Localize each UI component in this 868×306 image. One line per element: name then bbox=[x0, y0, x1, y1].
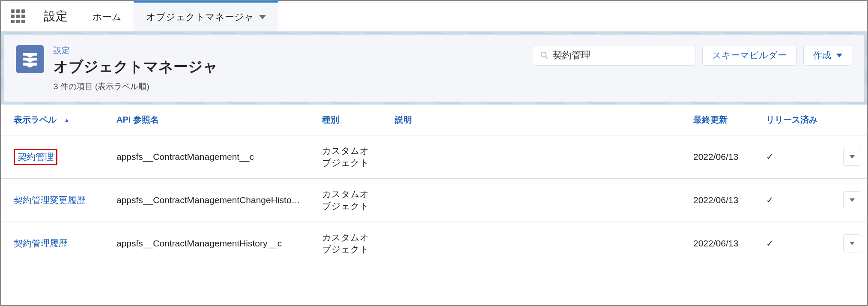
row-api-name: appsfs__ContractManagementChangeHistory_… bbox=[104, 179, 309, 222]
svg-rect-2 bbox=[23, 63, 37, 66]
row-type: カスタムオブジェクト bbox=[309, 179, 382, 222]
row-description bbox=[382, 222, 680, 265]
chevron-down-icon bbox=[850, 198, 855, 202]
search-input[interactable] bbox=[553, 50, 688, 61]
col-last-modified[interactable]: 最終更新 bbox=[680, 105, 753, 135]
row-label[interactable]: 契約管理変更履歴 bbox=[1, 179, 104, 222]
page-header-left: 設定 オブジェクトマネージャ 3 件の項目 (表示ラベル順) bbox=[54, 45, 523, 92]
col-api-name[interactable]: API 参照名 bbox=[104, 105, 309, 135]
object-manager-icon bbox=[16, 45, 44, 73]
row-api-name: appsfs__ContractManagement__c bbox=[104, 135, 309, 179]
create-button[interactable]: 作成 bbox=[803, 45, 852, 66]
row-action-button[interactable] bbox=[843, 148, 861, 166]
row-action-button[interactable] bbox=[843, 191, 861, 209]
waffle-icon bbox=[11, 9, 25, 23]
search-icon bbox=[540, 51, 549, 60]
page-eyebrow: 設定 bbox=[54, 45, 523, 56]
row-released: ✓ bbox=[753, 222, 830, 265]
page-header-right: スキーマビルダー 作成 bbox=[533, 45, 852, 66]
row-type: カスタムオブジェクト bbox=[309, 222, 382, 265]
row-label[interactable]: 契約管理履歴 bbox=[1, 222, 104, 265]
row-action-cell bbox=[830, 135, 867, 179]
chevron-down-icon bbox=[850, 155, 855, 159]
col-description[interactable]: 説明 bbox=[382, 105, 680, 135]
chevron-down-icon bbox=[259, 15, 266, 19]
chevron-down-icon bbox=[850, 242, 855, 245]
row-action-cell bbox=[830, 179, 867, 222]
app-launcher-icon[interactable] bbox=[1, 1, 35, 31]
object-table: 表示ラベル API 参照名 種別 説明 最終更新 リリース済み 契約管理apps… bbox=[1, 105, 867, 265]
highlight-box: 契約管理 bbox=[14, 149, 57, 165]
schema-builder-button[interactable]: スキーマビルダー bbox=[702, 45, 796, 66]
page-subtitle: 3 件の項目 (表示ラベル順) bbox=[54, 81, 523, 92]
table-row: 契約管理appsfs__ContractManagement__cカスタムオブジ… bbox=[1, 135, 867, 179]
col-label[interactable]: 表示ラベル bbox=[1, 105, 104, 135]
col-type[interactable]: 種別 bbox=[309, 105, 382, 135]
svg-point-3 bbox=[541, 52, 546, 57]
app-title: 設定 bbox=[35, 1, 81, 31]
svg-line-4 bbox=[546, 57, 548, 59]
tab-home[interactable]: ホーム bbox=[81, 1, 134, 31]
row-last-modified: 2022/06/13 bbox=[680, 135, 753, 179]
page-title: オブジェクトマネージャ bbox=[54, 57, 523, 77]
table-row: 契約管理履歴appsfs__ContractManagementHistory_… bbox=[1, 222, 867, 265]
page-header: 設定 オブジェクトマネージャ 3 件の項目 (表示ラベル順) スキーマビルダー … bbox=[3, 34, 865, 102]
svg-rect-1 bbox=[23, 58, 37, 61]
row-description bbox=[382, 179, 680, 222]
chevron-down-icon bbox=[836, 54, 842, 57]
search-box[interactable] bbox=[533, 45, 695, 66]
row-label[interactable]: 契約管理 bbox=[1, 135, 104, 179]
row-last-modified: 2022/06/13 bbox=[680, 222, 753, 265]
row-action-cell bbox=[830, 222, 867, 265]
row-type: カスタムオブジェクト bbox=[309, 135, 382, 179]
top-nav: 設定 ホーム オブジェクトマネージャ bbox=[1, 1, 867, 32]
create-button-label: 作成 bbox=[813, 49, 831, 61]
col-actions bbox=[830, 105, 867, 135]
tab-object-manager[interactable]: オブジェクトマネージャ bbox=[134, 1, 278, 31]
col-released[interactable]: リリース済み bbox=[753, 105, 830, 135]
table-row: 契約管理変更履歴appsfs__ContractManagementChange… bbox=[1, 179, 867, 222]
tab-object-manager-label: オブジェクトマネージャ bbox=[146, 11, 254, 24]
row-released: ✓ bbox=[753, 179, 830, 222]
page-header-wrap: 設定 オブジェクトマネージャ 3 件の項目 (表示ラベル順) スキーマビルダー … bbox=[1, 32, 867, 105]
row-description bbox=[382, 135, 680, 179]
svg-rect-0 bbox=[23, 53, 37, 56]
row-api-name: appsfs__ContractManagementHistory__c bbox=[104, 222, 309, 265]
row-action-button[interactable] bbox=[843, 234, 861, 252]
row-released: ✓ bbox=[753, 135, 830, 179]
row-last-modified: 2022/06/13 bbox=[680, 179, 753, 222]
